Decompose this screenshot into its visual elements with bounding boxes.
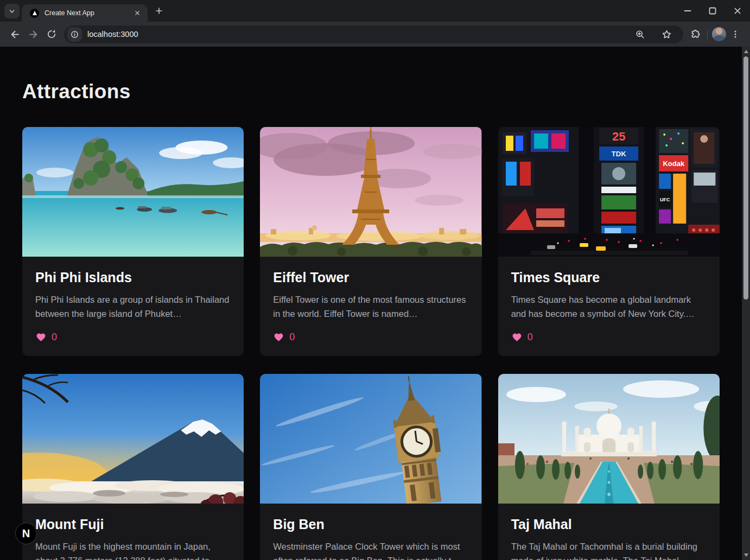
heart-icon: [35, 332, 47, 342]
heart-icon: [511, 332, 523, 342]
nextjs-devtools-button[interactable]: N: [15, 523, 37, 544]
tab-search-button[interactable]: [4, 4, 20, 18]
like-button[interactable]: 0: [273, 332, 295, 343]
url-text: localhost:3000: [87, 30, 138, 39]
svg-text:25: 25: [612, 130, 625, 143]
page-title: Attractions: [22, 80, 742, 103]
card-description: The Taj Mahal or Tachomhal is a burial b…: [511, 540, 707, 560]
attractions-grid: Phi Phi Islands Phi Phi Islands are a gr…: [22, 127, 720, 560]
browser-window: Create Next App: [0, 0, 750, 560]
minimize-button[interactable]: [675, 0, 700, 22]
big-ben-photo: [260, 374, 481, 504]
card-description: Phi Phi Islands are a group of islands i…: [35, 293, 231, 321]
scroll-up-button[interactable]: [744, 50, 748, 53]
svg-text:TDK: TDK: [611, 150, 626, 158]
browser-tab[interactable]: Create Next App: [22, 4, 148, 22]
reload-icon: [46, 29, 57, 40]
star-icon: [662, 29, 672, 40]
card-title: Taj Mahal: [511, 517, 707, 532]
browser-menu-button[interactable]: [727, 26, 743, 42]
reload-button[interactable]: [42, 25, 61, 43]
card-title: Times Square: [511, 270, 707, 285]
phi-phi-islands-photo: [22, 127, 244, 257]
card-title: Phi Phi Islands: [35, 270, 231, 285]
extensions-button[interactable]: [688, 26, 704, 42]
tab-strip: Create Next App: [0, 0, 750, 22]
back-button[interactable]: [5, 25, 24, 43]
attraction-card-mount-fuji[interactable]: Mount Fuji Mount Fuji is the highest mou…: [22, 374, 244, 560]
like-count: 0: [52, 332, 57, 343]
card-description: Westminster Palace Clock Tower which is …: [273, 540, 468, 560]
forward-arrow-icon: [28, 29, 39, 40]
vertical-scrollbar[interactable]: [742, 47, 750, 560]
page-content: Attractions: [0, 47, 742, 560]
bookmark-star-button[interactable]: [658, 26, 675, 42]
chevron-down-icon: [8, 7, 16, 16]
mount-fuji-photo: [22, 374, 244, 504]
close-icon: [134, 9, 141, 17]
like-button[interactable]: 0: [35, 332, 57, 343]
avatar: [712, 27, 726, 41]
profile-avatar-button[interactable]: [711, 26, 727, 42]
url-bar[interactable]: localhost:3000: [64, 26, 683, 43]
attraction-card-phi-phi-islands[interactable]: Phi Phi Islands Phi Phi Islands are a gr…: [22, 127, 244, 356]
eiffel-tower-photo: [260, 127, 481, 257]
vercel-triangle-favicon-icon: [30, 9, 39, 18]
forward-button[interactable]: [24, 25, 42, 43]
magnifier-plus-icon: [635, 29, 645, 40]
toolbar-separator: [707, 29, 708, 39]
back-arrow-icon: [9, 29, 21, 40]
svg-text:Kodak: Kodak: [663, 160, 685, 168]
heart-icon: [273, 332, 284, 342]
attraction-card-taj-mahal[interactable]: Taj Mahal The Taj Mahal or Tachomhal is …: [498, 374, 720, 560]
info-icon: [70, 30, 79, 39]
close-icon: [733, 6, 742, 16]
like-count: 0: [527, 332, 533, 343]
card-title: Mount Fuji: [35, 517, 231, 532]
attraction-card-eiffel-tower[interactable]: Eiffel Tower Eiffel Tower is one of the …: [260, 127, 481, 356]
attraction-card-times-square[interactable]: 25 TDK Kodak: [498, 127, 720, 356]
maximize-icon: [707, 5, 718, 16]
card-description: Mount Fuji is the highest mountain in Ja…: [35, 540, 231, 560]
scrollbar-thumb[interactable]: [743, 56, 748, 300]
plus-icon: [154, 6, 164, 16]
scroll-down-button[interactable]: [744, 553, 748, 557]
like-count: 0: [289, 332, 295, 343]
window-controls: [675, 0, 750, 22]
puzzle-icon: [690, 29, 701, 40]
new-tab-button[interactable]: [153, 5, 165, 17]
window-close-button[interactable]: [725, 0, 750, 22]
omnibox-actions: [632, 26, 675, 42]
like-button[interactable]: 0: [511, 332, 533, 343]
times-square-photo: 25 TDK Kodak: [498, 127, 720, 257]
svg-text:UFC: UFC: [660, 197, 670, 202]
tab-title: Create Next App: [45, 9, 131, 17]
minimize-icon: [682, 5, 693, 16]
card-title: Eiffel Tower: [273, 270, 468, 285]
card-description: Times Square has become a global landmar…: [511, 293, 707, 321]
site-info-button[interactable]: [67, 27, 82, 42]
maximize-button[interactable]: [700, 0, 725, 22]
kebab-menu-icon: [730, 29, 740, 39]
taj-mahal-photo: [498, 374, 720, 504]
browser-toolbar: localhost:3000: [0, 22, 750, 47]
zoom-button[interactable]: [632, 26, 648, 42]
tab-close-button[interactable]: [131, 7, 143, 19]
attraction-card-big-ben[interactable]: Big Ben Westminster Palace Clock Tower w…: [260, 374, 481, 560]
card-title: Big Ben: [273, 517, 468, 532]
card-description: Eiffel Tower is one of the most famous s…: [273, 293, 468, 321]
